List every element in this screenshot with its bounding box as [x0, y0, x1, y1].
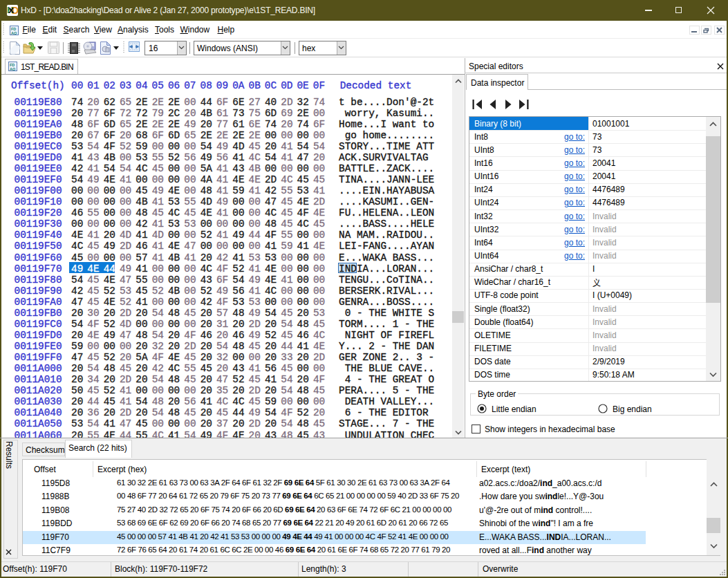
svg-text:AO: AO — [10, 67, 16, 71]
svg-text:AO: AO — [11, 31, 17, 35]
